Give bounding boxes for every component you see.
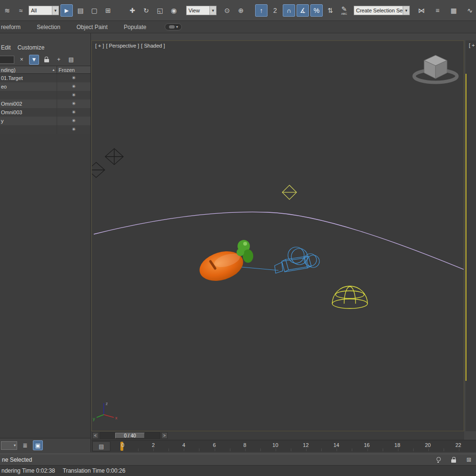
viewport-pov-label[interactable]: [ Perspective ] (106, 43, 139, 49)
octahedron-light-helper[interactable] (282, 185, 297, 199)
axis-y-label: y (93, 416, 95, 421)
frozen-icon[interactable]: ✳ (72, 93, 76, 98)
clear-search-button[interactable]: × (17, 55, 27, 65)
display-filter-button[interactable]: ▼ (29, 55, 39, 65)
scene-explorer-row[interactable]: Omni003 ✳ (0, 108, 90, 117)
octahedron-helper-partial[interactable] (92, 162, 105, 178)
edit-named-selection-sets-button[interactable]: ✎ ABC (338, 4, 350, 17)
scene-explorer-row[interactable]: ✳ (0, 125, 90, 134)
frame-number-label: 8 (240, 442, 249, 448)
cursor-arrow-icon: ► (63, 7, 70, 14)
scene-explorer-row[interactable]: 01.Target ✳ (0, 74, 90, 82)
scene-explorer-row[interactable]: ✳ (0, 91, 90, 99)
keyboard-override-button[interactable]: ↑ (255, 4, 268, 17)
viewport-shading-label[interactable]: [ Shaded ] (141, 43, 165, 49)
menu-customize[interactable]: Customize (18, 44, 45, 51)
rectangular-selection-region-button[interactable]: ▢ (88, 4, 100, 17)
dock-explorer-button[interactable]: ▣ (33, 440, 43, 450)
lock-explorer-button[interactable] (41, 55, 51, 65)
carrot-object[interactable] (196, 240, 253, 286)
mini-curve-editor-icon: ▤ (99, 444, 104, 449)
octahedron-helper[interactable] (105, 149, 123, 165)
snap-3d-button[interactable]: ∩ (283, 4, 295, 17)
column-name-label: nding) (1, 67, 16, 73)
selection-region-icon: ▢ (91, 7, 97, 14)
menu-edit[interactable]: Edit (1, 44, 11, 51)
reference-coordinate-dropdown[interactable]: View ▾ (186, 6, 217, 15)
isolate-selection-button[interactable] (433, 455, 444, 465)
bind-to-space-warp-button[interactable]: ≈ (15, 4, 27, 17)
scene-explorer-row[interactable]: Omni002 ✳ (0, 99, 90, 108)
list-view-button[interactable]: ▤ (66, 55, 76, 65)
tab-selection[interactable]: Selection (29, 21, 68, 33)
column-header-frozen[interactable]: Frozen (57, 66, 90, 73)
frozen-icon[interactable]: ✳ (72, 101, 76, 106)
window-crossing-button[interactable]: ⊞ (102, 4, 114, 17)
ribbon-config-button[interactable]: ▾ (165, 23, 182, 30)
perspective-viewport[interactable]: [ + ] [ Perspective ] [ Shaded ] (91, 40, 464, 431)
snap-2d-button[interactable]: 2 (269, 4, 281, 17)
mini-curve-editor-button[interactable]: ▤ (92, 441, 110, 451)
tab-freeform[interactable]: reeform (0, 21, 29, 33)
select-and-move-button[interactable]: ✚ (126, 4, 139, 17)
time-slider-handle[interactable]: 0 / 40 (115, 433, 145, 438)
select-and-scale-button[interactable]: ◱ (154, 4, 166, 17)
minimize-ribbon-icon (169, 25, 175, 29)
scene-explorer-row[interactable]: eo ✳ (0, 82, 90, 91)
grid-settings-button[interactable]: ⊞ (464, 455, 474, 465)
next-frame-button[interactable]: > (161, 432, 168, 439)
object-name-label: Omni003 (1, 109, 22, 115)
time-slider-track[interactable]: 0 / 40 (99, 432, 160, 439)
track-bar: ▤ 0 2 4 6 8 10 12 14 16 1 (91, 440, 476, 452)
scene-explorer-panel: Edit Customize × ▼ + ▤ nding) (0, 33, 91, 452)
select-by-name-button[interactable]: ▤ (74, 4, 87, 17)
column-frozen-label: Frozen (59, 67, 75, 73)
viewcube[interactable] (414, 55, 457, 82)
render-time-label: ndering Time 0:02:38 (1, 467, 55, 474)
selection-filter-dropdown[interactable]: All ▾ (29, 6, 59, 15)
secondary-viewport[interactable]: [ + ] (466, 40, 476, 431)
select-and-rotate-button[interactable]: ↻ (140, 4, 152, 17)
frame-ticks (123, 448, 469, 451)
frozen-icon[interactable]: ✳ (72, 110, 76, 115)
tab-object-paint[interactable]: Object Paint (69, 21, 116, 33)
angle-snap-button[interactable]: ∡ (297, 4, 309, 17)
column-header-name[interactable]: nding) ▲ (0, 66, 57, 73)
display-mode-dropdown[interactable]: ▾ (1, 441, 17, 450)
select-and-place-button[interactable]: ◉ (168, 4, 180, 17)
chevron-down-icon: ▾ (14, 443, 16, 447)
toggle-layer-explorer-button[interactable]: ▦ (447, 4, 460, 17)
frozen-icon[interactable]: ✳ (72, 119, 76, 123)
spinner-snap-button[interactable]: ⇅ (324, 4, 337, 17)
percent-snap-button[interactable]: % (310, 4, 323, 17)
frozen-icon[interactable]: ✳ (72, 76, 76, 80)
frozen-icon[interactable]: ✳ (72, 127, 76, 132)
frozen-icon[interactable]: ✳ (72, 84, 76, 89)
camera-object[interactable] (275, 247, 319, 273)
previous-frame-button[interactable]: < (92, 432, 99, 439)
layer-manager-button[interactable]: ≣ (20, 440, 30, 450)
viewport-menu-label[interactable]: [ + ] (95, 43, 104, 49)
align-button[interactable]: ≡ (431, 4, 444, 17)
select-and-link-button[interactable]: ≋ (1, 4, 13, 17)
use-center-button[interactable]: ⊙ (221, 4, 233, 17)
axis-tripod: z x y (93, 401, 118, 421)
viewport-menu-label[interactable]: [ + ] (469, 42, 476, 48)
trajectory-curve[interactable] (94, 212, 464, 269)
select-object-button[interactable]: ► (60, 4, 73, 17)
selection-lock-button[interactable] (448, 455, 459, 465)
tab-populate[interactable]: Populate (116, 21, 154, 33)
camera-target-line (236, 267, 278, 270)
select-and-manipulate-button[interactable]: ⊕ (235, 4, 247, 17)
named-selection-sets-dropdown[interactable]: Create Selection Se ▾ (354, 6, 410, 15)
scene-explorer-row[interactable]: y ✳ (0, 117, 90, 125)
curve-icon: ∿ (467, 7, 473, 14)
dome-object[interactable] (332, 286, 367, 308)
add-to-selection-button[interactable]: + (54, 55, 64, 65)
status-bar: ne Selected ⊞ (0, 454, 476, 465)
curve-editor-button[interactable]: ∿ (464, 4, 476, 17)
find-input[interactable] (0, 56, 14, 64)
scene-explorer-toolbar: × ▼ + ▤ (0, 53, 90, 66)
chevron-down-icon: ▾ (403, 6, 409, 15)
mirror-button[interactable]: ⋈ (415, 4, 427, 17)
